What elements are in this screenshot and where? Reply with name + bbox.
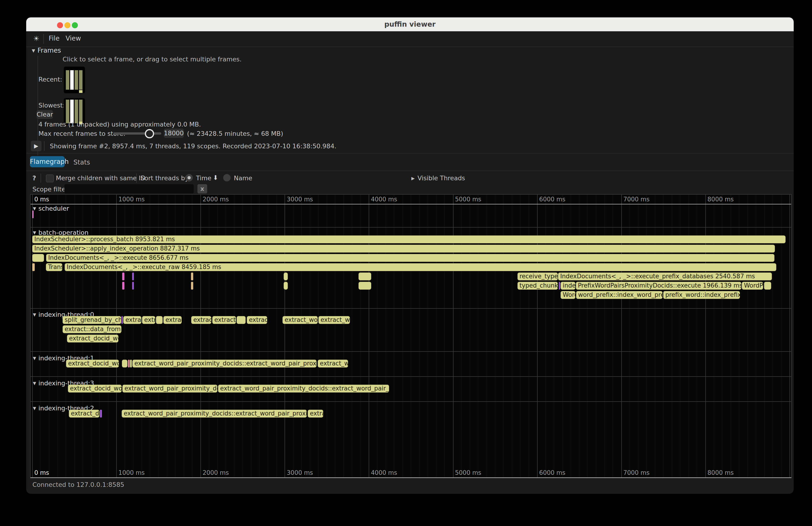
frame-thumb-bar[interactable] [75,70,78,90]
scope-bar[interactable] [100,410,102,418]
tab-flamegraph[interactable]: Flamegraph [30,156,65,167]
scope-bar[interactable]: extra [142,316,155,324]
scope-bar[interactable] [32,254,44,262]
merge-children-label[interactable]: Merge children with same ID [56,175,146,182]
scope-bar[interactable]: extract::data_from_ob [62,325,121,333]
clear-slowest-button[interactable]: Clear [37,110,53,119]
recent-frames-thumbnail[interactable] [64,67,85,93]
scope-bar[interactable]: typed_chunk::w [518,282,558,290]
frame-thumb-bar[interactable] [79,100,83,123]
scope-bar[interactable] [132,282,134,290]
menu-file[interactable]: File [49,34,60,42]
scope-bar[interactable]: extract_word [282,316,318,324]
scope-bar[interactable] [156,316,163,324]
scope-bar[interactable]: extract_word_pair_proximity_docids::extr… [218,385,389,393]
thread-header[interactable]: ▼scheduler [33,205,69,212]
scope-bar[interactable]: extract_word_pair_proximity_docids::extr… [122,410,307,418]
collapse-triangle-icon: ▼ [33,230,36,235]
scope-bar[interactable] [128,360,130,367]
scope-bar[interactable]: PrefixWordPairsProximityDocids::execute … [576,282,741,290]
max-frames-value[interactable]: 18000 [164,129,184,138]
sort-name-radio[interactable] [223,174,231,181]
scope-filter-input[interactable] [64,184,194,193]
max-frames-slider-knob[interactable] [145,129,154,138]
scope-bar[interactable] [359,282,371,290]
scope-bar[interactable] [122,360,128,367]
scope-bar[interactable] [764,282,771,290]
scope-bar[interactable]: extract_word_pair_proximity_docids::extr… [132,360,317,367]
collapse-triangle-icon: ▼ [33,312,36,317]
scope-bar[interactable] [284,282,288,290]
frame-thumb-bar[interactable] [79,70,83,90]
scope-bar[interactable]: extract_docid_word [67,335,118,342]
help-button[interactable]: ? [32,175,36,182]
scope-bar[interactable] [359,273,371,280]
scope-bar[interactable] [191,273,193,280]
scope-bar[interactable] [284,273,288,280]
scope-bar[interactable]: extract_ [191,316,211,324]
scope-bar[interactable]: extract_wo [318,360,348,367]
tab-stats[interactable]: Stats [73,159,90,166]
scope-bar[interactable]: Word [561,291,576,299]
scope-bar[interactable] [121,316,123,324]
scope-bar[interactable] [132,273,134,280]
time-tick-label: 4000 ms [371,196,397,203]
frames-section-label: Frames [38,47,61,54]
frame-thumb-bar[interactable] [66,70,69,90]
scope-bar[interactable] [191,282,193,290]
scope-bar[interactable]: extract_docid_word [68,385,122,393]
scope-bar[interactable]: extract [247,316,267,324]
scope-bar[interactable] [32,263,35,271]
sort-name-label[interactable]: Name [234,175,252,182]
scope-bar[interactable] [32,210,33,218]
visible-threads-toggle[interactable]: ▶Visible Threads [411,175,465,182]
scope-bar[interactable]: index [561,282,576,290]
collapse-triangle-icon: ▼ [33,356,36,361]
title-bar[interactable]: puffin viewer [26,17,794,31]
scope-bar[interactable] [559,282,560,290]
scope-bar[interactable]: IndexScheduler>::process_batch 8953.821 … [32,235,786,243]
frame-thumb-bar-selected[interactable] [70,70,74,90]
theme-toggle-icon[interactable]: ☀ [33,34,39,43]
scope-bar[interactable]: IndexScheduler>::apply_index_operation 8… [32,245,775,252]
sort-time-label[interactable]: Time [196,175,211,182]
scope-bar[interactable]: extract_wo [318,316,350,324]
collapse-triangle-icon: ▼ [33,381,36,385]
max-frames-slider[interactable] [114,132,161,135]
scope-bar[interactable]: extrac [163,316,182,324]
frames-section-header[interactable]: ▼Frames [32,47,61,54]
frame-thumb-bar[interactable] [66,100,69,123]
menu-view[interactable]: View [66,34,81,42]
scope-bar[interactable]: IndexDocuments<_, _>::execute_raw 8459.1… [65,263,777,271]
scope-bar[interactable]: extract_doc [69,410,99,418]
sort-time-radio[interactable] [185,174,193,181]
flamegraph-canvas[interactable]: 0 ms0 ms1000 ms1000 ms2000 ms2000 ms3000… [30,194,792,478]
scope-bar[interactable]: extract_word_pair_proximity_docids [122,385,217,393]
play-divider [44,141,44,151]
scope-bar[interactable] [236,316,246,324]
scope-bar[interactable]: Trans [46,263,62,271]
scope-bar[interactable]: IndexDocuments<_, _>::execute 8656.677 m… [46,254,774,262]
scope-bar[interactable] [122,273,125,280]
controls-divider [136,174,137,183]
scope-bar[interactable]: extract_docid_word [66,360,119,367]
thread-section-separator [31,227,791,228]
scope-bar[interactable]: prefix_word::index_prefix_wo [663,291,740,299]
scope-bar[interactable]: extract [123,316,141,324]
scope-bar[interactable]: WordPr [742,282,763,290]
play-pause-button[interactable]: ▶ [31,141,42,151]
merge-children-checkbox[interactable] [46,175,54,182]
frame-thumb-bar-selected[interactable] [70,100,74,123]
scope-bar[interactable]: extract_ [212,316,236,324]
sort-direction-arrow-icon[interactable]: ⬇ [213,174,218,181]
scope-bar[interactable]: receive_typed_ [518,273,558,280]
scope-bar[interactable]: IndexDocuments<_, _>::execute_prefix_dat… [558,273,772,280]
scope-bar[interactable]: split_grenad_by_chun [62,316,121,324]
scope-bar[interactable] [130,360,132,367]
scope-bar[interactable]: extrac [308,410,323,418]
scope-bar[interactable] [122,282,125,290]
thread-header[interactable]: ▼batch-operation [33,229,88,236]
scope-bar[interactable]: word_prefix::index_word_prefix_ [576,291,663,299]
frame-thumb-bar[interactable] [75,100,78,123]
scope-filter-clear-button[interactable]: x [198,184,207,193]
